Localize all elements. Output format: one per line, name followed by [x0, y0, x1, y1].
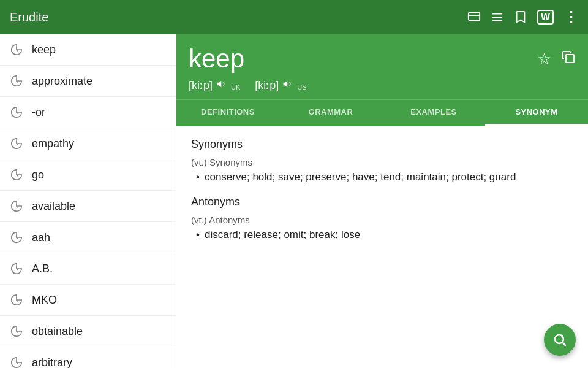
vt-antonyms-label: (vt.) Antonyms: [191, 215, 573, 225]
body-content: Synonyms (vt.) Synonyms conserve; hold; …: [176, 126, 588, 368]
svg-line-7: [563, 343, 566, 346]
favorite-icon[interactable]: ☆: [537, 50, 551, 69]
history-icon-3: [10, 137, 23, 150]
sidebar-item-label-6: aah: [32, 231, 50, 244]
history-icon-2: [10, 105, 23, 119]
speaker-uk-icon[interactable]: [216, 79, 227, 92]
vt-synonyms-label: (vt.) Synonyms: [191, 157, 573, 167]
sidebar-item-go[interactable]: go: [0, 159, 176, 191]
tab-definitions[interactable]: DEFINITIONS: [176, 100, 279, 126]
synonyms-heading: Synonyms: [191, 138, 573, 151]
tabs: DEFINITIONSGRAMMAREXAMPLESSYNONYM: [176, 99, 588, 126]
history-icon-0: [10, 43, 23, 56]
sidebar-item-available[interactable]: available: [0, 191, 176, 222]
topbar-icons: W ⋮: [467, 10, 578, 25]
copy-icon[interactable]: [561, 50, 576, 69]
antonyms-list: discard; release; omit; break; lose: [191, 229, 573, 241]
word-actions: ☆: [537, 50, 576, 69]
sidebar-item-label-0: keep: [32, 44, 56, 56]
speaker-us-icon[interactable]: [282, 79, 293, 92]
word-header: keep ☆ [kiːp] UK [kiːp]: [176, 34, 588, 99]
tab-grammar[interactable]: GRAMMAR: [279, 100, 382, 126]
sidebar-item-mko[interactable]: MKO: [0, 285, 176, 316]
phonetic-us: [kiːp] US: [255, 79, 306, 92]
history-icon-6: [10, 231, 23, 244]
sidebar-item-label-1: approximate: [32, 75, 92, 88]
sidebar-item-arbitrary[interactable]: arbitrary: [0, 347, 176, 368]
sidebar-item-label-2: -or: [32, 106, 45, 119]
history-icon-4: [10, 168, 23, 182]
sidebar-item-label-3: empathy: [32, 137, 74, 150]
svg-rect-3: [492, 17, 503, 18]
sidebar-item-ab[interactable]: A.B.: [0, 253, 176, 285]
svg-rect-0: [469, 13, 480, 21]
antonyms-section: Antonyms (vt.) Antonyms discard; release…: [191, 196, 573, 241]
region-uk: UK: [231, 83, 240, 91]
sidebar-item-obtainable[interactable]: obtainable: [0, 316, 176, 347]
history-icon-10: [10, 356, 23, 368]
sidebar-item-label-5: available: [32, 200, 75, 213]
history-icon-8: [10, 293, 23, 307]
region-us: US: [297, 83, 306, 91]
phonetics: [kiːp] UK [kiːp] US: [189, 74, 576, 99]
sidebar-item-approximate[interactable]: approximate: [0, 66, 176, 97]
phonetic-us-text: [kiːp]: [255, 79, 279, 92]
synonyms-list: conserve; hold; save; preserve; have; te…: [191, 171, 573, 183]
tab-synonym[interactable]: SYNONYM: [485, 100, 588, 126]
sidebar-item-label-8: MKO: [32, 294, 57, 307]
app-title: Erudite: [10, 10, 467, 25]
list-icon[interactable]: [491, 10, 504, 24]
history-icon-1: [10, 74, 23, 88]
flashcard-icon[interactable]: [467, 10, 481, 24]
sidebar: keep approximate -or: [0, 34, 176, 368]
antonyms-heading: Antonyms: [191, 196, 573, 209]
content-area: keep ☆ [kiːp] UK [kiːp]: [176, 34, 588, 368]
sidebar-item-label-7: A.B.: [32, 263, 53, 275]
sidebar-item-label-9: obtainable: [32, 325, 83, 338]
sidebar-item-empathy[interactable]: empathy: [0, 128, 176, 159]
history-icon-5: [10, 199, 23, 213]
more-icon[interactable]: ⋮: [564, 10, 578, 25]
sidebar-item-aah[interactable]: aah: [0, 222, 176, 253]
tab-examples[interactable]: EXAMPLES: [382, 100, 485, 126]
word-icon[interactable]: W: [537, 10, 554, 25]
topbar: Erudite W ⋮: [0, 0, 588, 34]
phonetic-uk: [kiːp] UK: [189, 79, 240, 92]
history-icon-9: [10, 324, 23, 338]
sidebar-item-keep[interactable]: keep: [0, 34, 176, 66]
phonetic-uk-text: [kiːp]: [189, 79, 213, 92]
word-title: keep: [189, 44, 244, 74]
svg-rect-5: [566, 55, 574, 63]
sidebar-item-label-10: arbitrary: [32, 356, 72, 369]
bookmark-icon[interactable]: [514, 10, 527, 24]
svg-rect-2: [492, 13, 503, 15]
svg-rect-4: [492, 20, 503, 21]
search-fab[interactable]: [544, 324, 576, 356]
main-layout: keep approximate -or: [0, 34, 588, 368]
sidebar-item-label-4: go: [32, 169, 44, 182]
sidebar-item-or[interactable]: -or: [0, 97, 176, 128]
history-icon-7: [10, 262, 23, 275]
